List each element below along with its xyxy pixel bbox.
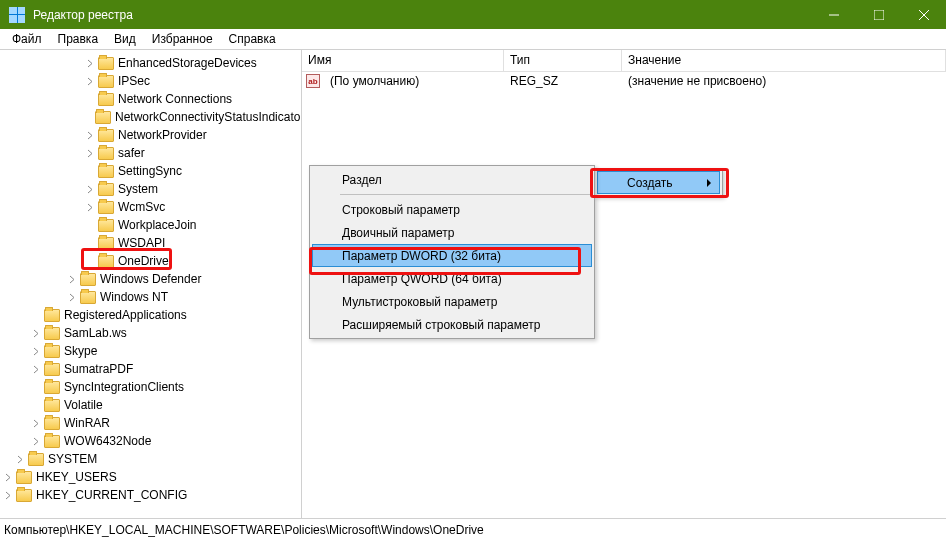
folder-icon — [44, 381, 60, 394]
minimize-button[interactable] — [811, 0, 856, 29]
chevron-right-icon[interactable] — [2, 489, 14, 501]
folder-icon — [16, 471, 32, 484]
tree-item-skype[interactable]: Skype — [0, 342, 301, 360]
ctx-create[interactable]: Создать — [597, 171, 720, 194]
ctx-multistring[interactable]: Мультистроковый параметр — [312, 290, 592, 313]
tree-pane[interactable]: EnhancedStorageDevicesIPSecNetwork Conne… — [0, 50, 302, 518]
tree-label: Windows NT — [100, 290, 168, 304]
ctx-qword[interactable]: Параметр QWORD (64 бита) — [312, 267, 592, 290]
tree-label: WSDAPI — [118, 236, 165, 250]
ctx-section[interactable]: Раздел — [312, 168, 592, 191]
tree-label: Skype — [64, 344, 97, 358]
chevron-right-icon[interactable] — [2, 471, 14, 483]
tree-item-workplacejoin[interactable]: WorkplaceJoin — [0, 216, 301, 234]
expander-none — [30, 309, 42, 321]
tree-item-registeredapplications[interactable]: RegisteredApplications — [0, 306, 301, 324]
folder-icon — [44, 309, 60, 322]
ctx-dword[interactable]: Параметр DWORD (32 бита) — [312, 244, 592, 267]
chevron-right-icon[interactable] — [30, 417, 42, 429]
tree-item-network-connections[interactable]: Network Connections — [0, 90, 301, 108]
expander-none — [84, 93, 96, 105]
tree-item-safer[interactable]: safer — [0, 144, 301, 162]
tree-item-volatile[interactable]: Volatile — [0, 396, 301, 414]
chevron-right-icon[interactable] — [84, 57, 96, 69]
tree-item-networkprovider[interactable]: NetworkProvider — [0, 126, 301, 144]
expander-none — [84, 111, 93, 123]
tree-item-sumatrapdf[interactable]: SumatraPDF — [0, 360, 301, 378]
folder-icon — [98, 201, 114, 214]
chevron-right-icon[interactable] — [66, 273, 78, 285]
folder-icon — [80, 291, 96, 304]
tree-label: HKEY_CURRENT_CONFIG — [36, 488, 187, 502]
expander-none — [30, 381, 42, 393]
tree-label: WcmSvc — [118, 200, 165, 214]
list-header: Имя Тип Значение — [302, 50, 946, 72]
context-menu-parent: Создать — [594, 168, 723, 197]
menu-view[interactable]: Вид — [106, 30, 144, 48]
tree-item-settingsync[interactable]: SettingSync — [0, 162, 301, 180]
expander-none — [84, 165, 96, 177]
tree-item-system[interactable]: SYSTEM — [0, 450, 301, 468]
tree-item-samlab-ws[interactable]: SamLab.ws — [0, 324, 301, 342]
maximize-button[interactable] — [856, 0, 901, 29]
chevron-right-icon[interactable] — [84, 75, 96, 87]
string-value-icon: ab — [306, 74, 320, 88]
tree-label: Volatile — [64, 398, 103, 412]
tree-item-windows-defender[interactable]: Windows Defender — [0, 270, 301, 288]
chevron-right-icon[interactable] — [14, 453, 26, 465]
tree-item-onedrive[interactable]: OneDrive — [0, 252, 301, 270]
chevron-right-icon[interactable] — [30, 327, 42, 339]
folder-icon — [28, 453, 44, 466]
close-button[interactable] — [901, 0, 946, 29]
context-menu-new: Раздел Строковый параметр Двоичный парам… — [309, 165, 595, 339]
tree-label: WinRAR — [64, 416, 110, 430]
col-value[interactable]: Значение — [622, 50, 946, 71]
chevron-right-icon[interactable] — [84, 147, 96, 159]
tree-item-ipsec[interactable]: IPSec — [0, 72, 301, 90]
menu-file[interactable]: Файл — [4, 30, 50, 48]
tree-item-hkey-current-config[interactable]: HKEY_CURRENT_CONFIG — [0, 486, 301, 504]
tree-label: NetworkProvider — [118, 128, 207, 142]
tree-label: NetworkConnectivityStatusIndicator — [115, 110, 302, 124]
folder-icon — [98, 93, 114, 106]
tree-item-networkconnectivitystatusindicator[interactable]: NetworkConnectivityStatusIndicator — [0, 108, 301, 126]
folder-icon — [98, 219, 114, 232]
tree-item-system[interactable]: System — [0, 180, 301, 198]
list-row[interactable]: ab (По умолчанию) REG_SZ (значение не пр… — [302, 72, 946, 90]
menu-favorites[interactable]: Избранное — [144, 30, 221, 48]
chevron-right-icon[interactable] — [84, 129, 96, 141]
cell-value: (значение не присвоено) — [622, 74, 772, 88]
chevron-right-icon[interactable] — [66, 291, 78, 303]
chevron-right-icon[interactable] — [84, 183, 96, 195]
folder-icon — [98, 183, 114, 196]
tree-label: safer — [118, 146, 145, 160]
ctx-expandstring[interactable]: Расширяемый строковый параметр — [312, 313, 592, 336]
tree-item-enhancedstoragedevices[interactable]: EnhancedStorageDevices — [0, 54, 301, 72]
svg-rect-1 — [874, 10, 884, 20]
tree-label: SettingSync — [118, 164, 182, 178]
tree-label: System — [118, 182, 158, 196]
chevron-right-icon[interactable] — [30, 363, 42, 375]
chevron-right-icon[interactable] — [30, 435, 42, 447]
tree-item-winrar[interactable]: WinRAR — [0, 414, 301, 432]
expander-none — [84, 237, 96, 249]
chevron-right-icon[interactable] — [84, 201, 96, 213]
tree-item-windows-nt[interactable]: Windows NT — [0, 288, 301, 306]
tree-item-hkey-users[interactable]: HKEY_USERS — [0, 468, 301, 486]
tree-item-syncintegrationclients[interactable]: SyncIntegrationClients — [0, 378, 301, 396]
folder-icon — [98, 57, 114, 70]
menu-help[interactable]: Справка — [221, 30, 284, 48]
chevron-right-icon[interactable] — [30, 345, 42, 357]
col-type[interactable]: Тип — [504, 50, 622, 71]
tree-item-wow6432node[interactable]: WOW6432Node — [0, 432, 301, 450]
tree-item-wsdapi[interactable]: WSDAPI — [0, 234, 301, 252]
ctx-string[interactable]: Строковый параметр — [312, 198, 592, 221]
folder-icon — [44, 363, 60, 376]
menu-edit[interactable]: Правка — [50, 30, 107, 48]
col-name[interactable]: Имя — [302, 50, 504, 71]
tree-label: WorkplaceJoin — [118, 218, 196, 232]
folder-icon — [44, 417, 60, 430]
tree-item-wcmsvc[interactable]: WcmSvc — [0, 198, 301, 216]
ctx-binary[interactable]: Двоичный параметр — [312, 221, 592, 244]
tree-label: Network Connections — [118, 92, 232, 106]
